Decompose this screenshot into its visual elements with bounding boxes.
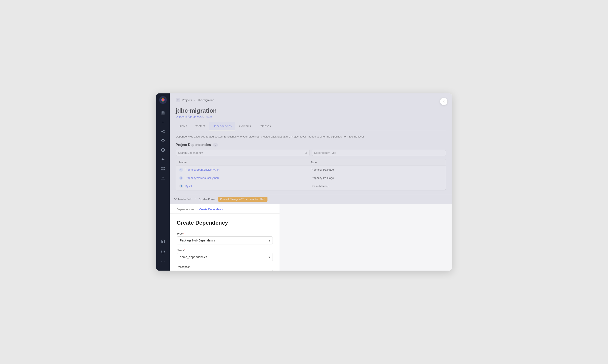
app-logo[interactable] <box>159 96 167 104</box>
svg-rect-7 <box>161 112 165 114</box>
download-icon[interactable] <box>159 174 167 182</box>
name-select[interactable]: demo_dependencies <box>177 253 273 261</box>
grid-icon[interactable] <box>159 165 167 172</box>
type-field-group: Type* Package Hub Dependency Maven Depen… <box>177 232 273 244</box>
svg-line-14 <box>162 130 164 131</box>
svg-point-27 <box>163 253 163 253</box>
name-label: Name* <box>177 249 273 252</box>
svg-rect-18 <box>162 167 163 168</box>
svg-point-12 <box>164 130 164 130</box>
svg-line-15 <box>162 131 164 132</box>
type-label: Type* <box>177 232 273 235</box>
svg-point-13 <box>164 132 164 133</box>
svg-point-30 <box>164 261 165 262</box>
name-select-wrap: demo_dependencies ▾ <box>177 253 273 261</box>
camera-icon[interactable] <box>159 109 167 117</box>
modal-overlay <box>170 93 452 204</box>
rp-breadcrumb-current: Create Dependency <box>199 208 224 211</box>
help-icon[interactable] <box>159 248 167 255</box>
rp-breadcrumb-sep: > <box>196 208 198 211</box>
right-panel: Dependencies > Create Dependency Create … <box>170 204 280 271</box>
name-field-group: Name* demo_dependencies ▾ <box>177 249 273 261</box>
main-area: ✕ Projects > jdbc-migration jdbc-migrati… <box>170 93 452 271</box>
more-icon[interactable] <box>159 258 167 265</box>
panel-title: Create Dependency <box>177 220 273 226</box>
svg-point-8 <box>162 112 164 114</box>
app-window: ✕ Projects > jdbc-migration jdbc-migrati… <box>156 93 452 271</box>
svg-rect-19 <box>163 167 165 168</box>
type-select-wrap: Package Hub Dependency Maven Dependency … <box>177 236 273 244</box>
graph-icon[interactable] <box>159 128 167 135</box>
diamond-icon[interactable] <box>159 137 167 144</box>
description-input[interactable] <box>177 270 273 271</box>
rp-breadcrumb-parent[interactable]: Dependencies <box>177 208 194 211</box>
type-select[interactable]: Package Hub Dependency Maven Dependency … <box>177 236 273 244</box>
svg-marker-16 <box>162 139 165 142</box>
plus-icon[interactable] <box>159 118 167 126</box>
project-panel: ✕ Projects > jdbc-migration jdbc-migrati… <box>170 93 452 204</box>
table-icon[interactable] <box>159 238 167 245</box>
close-button[interactable]: ✕ <box>440 98 447 105</box>
pulse-icon[interactable] <box>159 156 167 163</box>
svg-rect-22 <box>162 240 165 243</box>
svg-point-28 <box>162 261 162 262</box>
description-label: Description <box>177 265 273 269</box>
right-panel-breadcrumb: Dependencies > Create Dependency <box>170 204 280 214</box>
description-field-group: Description <box>177 265 273 271</box>
svg-point-11 <box>162 131 162 132</box>
right-panel-body: Create Dependency Type* Package Hub Depe… <box>170 214 280 271</box>
svg-point-29 <box>163 261 163 262</box>
svg-rect-21 <box>163 169 165 170</box>
sidebar <box>156 93 170 271</box>
svg-rect-20 <box>162 169 163 170</box>
clock-icon[interactable] <box>159 146 167 154</box>
